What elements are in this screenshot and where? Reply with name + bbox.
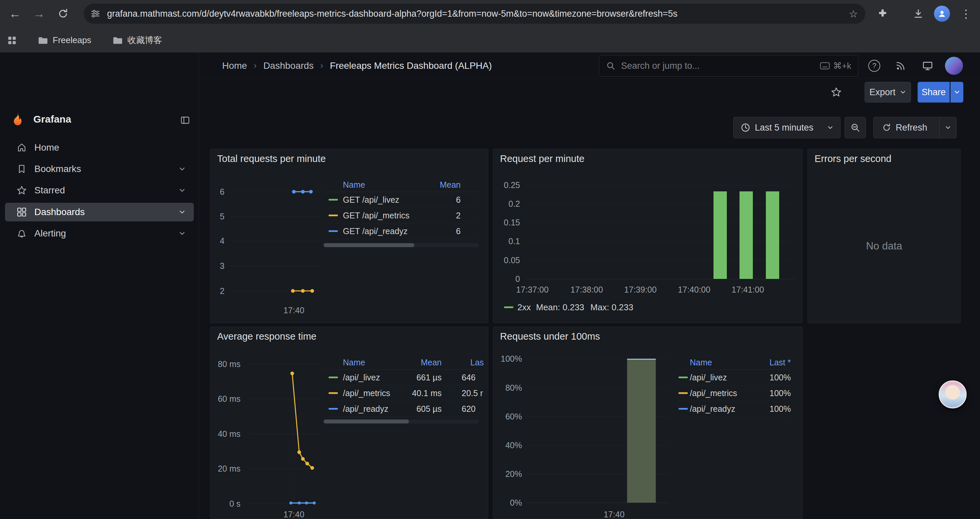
- panel-title[interactable]: Total requests per minute: [217, 153, 326, 164]
- apps-grid-button[interactable]: [5, 33, 19, 48]
- search-shortcut-keys: ⌘+k: [833, 61, 851, 71]
- forward-button[interactable]: →: [30, 4, 48, 23]
- legend-header-name[interactable]: Name: [343, 357, 365, 367]
- time-range-label: Last 5 minutes: [755, 123, 813, 133]
- download-icon: [913, 8, 924, 19]
- search-input[interactable]: [621, 61, 815, 71]
- downloads-button[interactable]: [909, 4, 928, 23]
- address-bar[interactable]: grafana.mathmast.com/d/deytv4rwavabkb/fr…: [84, 4, 865, 24]
- help-button[interactable]: ?: [866, 58, 882, 74]
- legend-header-last[interactable]: Las: [470, 357, 484, 367]
- chevron-down-icon: [954, 89, 960, 96]
- y-tick: 0.15: [497, 217, 520, 227]
- share-menu-button[interactable]: [950, 82, 963, 102]
- bookmark-star-icon[interactable]: ☆: [849, 8, 858, 20]
- home-icon: [16, 142, 27, 153]
- legend-inline[interactable]: 2xx Mean: 0.233 Max: 0.233: [493, 302, 803, 313]
- series-mean: 6: [456, 195, 461, 205]
- series-name[interactable]: /api/_metrics: [343, 388, 390, 398]
- legend-row[interactable]: /api/_metrics 100%: [678, 385, 791, 401]
- share-button[interactable]: Share: [918, 82, 950, 102]
- series-name[interactable]: /api/_livez: [343, 373, 380, 382]
- series-name[interactable]: GET /api/_livez: [343, 195, 399, 205]
- series-name[interactable]: 2xx: [517, 302, 531, 313]
- forward-icon: →: [33, 7, 45, 21]
- grafana-header: Home › Dashboards › Freeleaps Metrics Da…: [199, 53, 980, 79]
- breadcrumb-home[interactable]: Home: [222, 61, 247, 71]
- sidebar-item-starred[interactable]: Starred: [5, 181, 194, 200]
- refresh-button[interactable]: Refresh: [873, 117, 935, 138]
- chevron-down-icon[interactable]: [178, 164, 186, 173]
- legend-row[interactable]: /api/_readyz 100%: [678, 401, 791, 417]
- site-info-button[interactable]: [84, 4, 107, 24]
- dock-menu-button[interactable]: [178, 113, 192, 127]
- legend-header-row: Name Last *: [678, 355, 791, 370]
- y-tick: 60%: [499, 412, 522, 422]
- series-name[interactable]: /api/_livez: [690, 373, 727, 382]
- panel-title[interactable]: Requests under 100ms: [500, 331, 600, 342]
- export-label: Export: [869, 87, 895, 97]
- bookmark-label: 收藏博客: [127, 34, 162, 46]
- floating-assistant-avatar[interactable]: [939, 380, 967, 409]
- chevron-down-icon[interactable]: [178, 186, 186, 195]
- legend-row[interactable]: /api/_readyz 605 µs 620: [323, 401, 479, 417]
- news-button[interactable]: [892, 58, 908, 74]
- grafana-logo[interactable]: [10, 112, 25, 127]
- series-name[interactable]: /api/_readyz: [343, 404, 388, 414]
- panel-total-requests: Total requests per minute 6 5 4 3 2 17:4…: [210, 149, 488, 323]
- legend-row[interactable]: /api/_metrics 40.1 ms 20.5 r: [323, 385, 479, 401]
- series-name[interactable]: GET /api/_metrics: [343, 211, 410, 220]
- sidebar-item-dashboards[interactable]: Dashboards: [5, 203, 194, 222]
- chevron-down-icon[interactable]: [178, 229, 186, 238]
- bookmark-icon: [16, 164, 27, 174]
- chevron-down-icon[interactable]: [178, 208, 186, 216]
- legend-scrollbar-thumb[interactable]: [323, 420, 409, 423]
- reload-button[interactable]: [54, 4, 72, 23]
- legend-header-name[interactable]: Name: [690, 357, 712, 367]
- refresh-interval-button[interactable]: [939, 117, 956, 138]
- panel-title[interactable]: Errors per second: [815, 153, 892, 164]
- legend-row[interactable]: GET /api/_readyz 6: [323, 224, 479, 239]
- sidebar-item-home[interactable]: Home: [5, 138, 194, 157]
- back-button[interactable]: ←: [6, 4, 24, 23]
- y-tick: 0: [497, 274, 520, 284]
- favorite-dashboard-button[interactable]: [827, 83, 845, 101]
- refresh-icon: [881, 123, 892, 133]
- breadcrumb-dashboards[interactable]: Dashboards: [263, 61, 313, 71]
- export-button[interactable]: Export: [865, 82, 911, 102]
- legend-row[interactable]: /api/_livez 100%: [678, 370, 791, 385]
- sidebar-item-bookmarks[interactable]: Bookmarks: [5, 160, 194, 178]
- legend-header-last[interactable]: Last *: [770, 357, 791, 367]
- x-tick: 17:41:00: [724, 285, 771, 294]
- series-color-icon: [678, 408, 688, 410]
- series-color-icon: [678, 393, 688, 394]
- panel-title[interactable]: Average response time: [217, 331, 317, 342]
- legend-header-mean[interactable]: Mean: [395, 357, 442, 367]
- bookmark-freeleaps[interactable]: Freeleaps: [37, 28, 91, 53]
- bookmark-blog-folder[interactable]: 收藏博客: [112, 28, 162, 53]
- user-avatar[interactable]: [945, 57, 963, 75]
- legend-scrollbar-thumb[interactable]: [323, 243, 414, 247]
- extensions-button[interactable]: [873, 4, 892, 23]
- panel-title[interactable]: Request per minute: [500, 153, 584, 164]
- legend-row[interactable]: /api/_livez 661 µs 646: [323, 370, 479, 385]
- series-name[interactable]: /api/_metrics: [690, 388, 737, 398]
- zoom-out-button[interactable]: [845, 117, 866, 138]
- legend-header-mean[interactable]: Mean: [440, 180, 461, 189]
- legend-row[interactable]: GET /api/_livez 6: [323, 192, 479, 208]
- time-range-picker[interactable]: Last 5 minutes: [733, 117, 841, 138]
- panel-requests-under-100ms: Requests under 100ms 100% 80% 60% 40% 20…: [493, 327, 803, 519]
- folder-icon: [112, 35, 123, 46]
- browser-menu-button[interactable]: ⋮: [957, 4, 976, 23]
- search-box[interactable]: ⌘+k: [599, 55, 858, 77]
- browser-profile-button[interactable]: [934, 6, 950, 22]
- legend-row[interactable]: GET /api/_metrics 2: [323, 208, 479, 224]
- kiosk-mode-button[interactable]: [920, 58, 935, 74]
- legend-header-name[interactable]: Name: [343, 180, 365, 189]
- y-tick: 100%: [499, 354, 522, 364]
- series-name[interactable]: /api/_readyz: [690, 404, 735, 414]
- series-name[interactable]: GET /api/_readyz: [343, 227, 407, 236]
- series-mean: 40.1 ms: [395, 388, 442, 398]
- x-tick: 17:40: [591, 509, 638, 519]
- sidebar-item-alerting[interactable]: Alerting: [5, 224, 194, 243]
